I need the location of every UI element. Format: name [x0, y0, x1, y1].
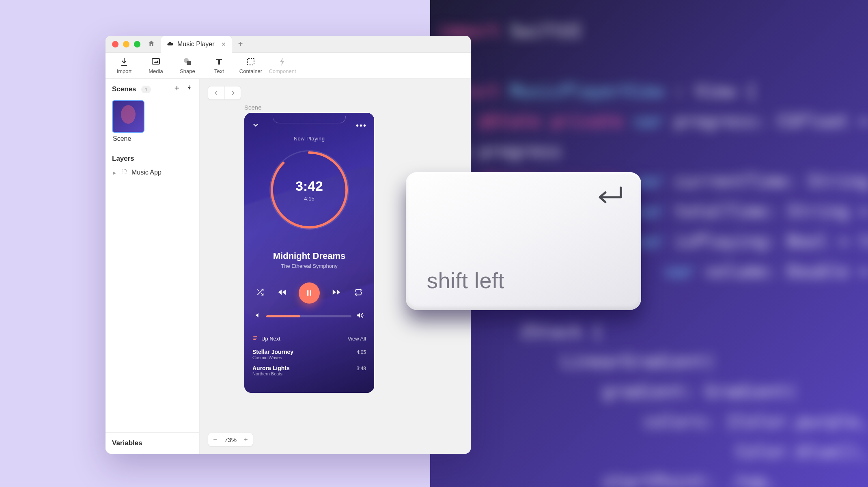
now-playing-label: Now Playing — [244, 136, 374, 142]
titlebar: Music Player ✕ + — [106, 36, 471, 53]
zoom-in-button[interactable]: + — [239, 436, 253, 443]
tool-shape[interactable]: Shape — [173, 57, 202, 74]
svg-rect-4 — [122, 170, 127, 174]
traffic-lights — [106, 41, 140, 47]
tool-label: Text — [214, 68, 224, 74]
layers-label: Layers — [106, 148, 199, 166]
more-icon[interactable]: ••• — [356, 121, 367, 131]
volume-high-icon[interactable] — [356, 312, 364, 321]
keycap-label: shift left — [427, 268, 504, 293]
tool-label: Component — [269, 68, 296, 74]
phone-mock[interactable]: ••• Now Playing 3:42 4:15 — [244, 113, 374, 393]
queue-row[interactable]: Aurora Lights Northern Beats 3:48 — [252, 362, 366, 379]
nav-prev-button[interactable] — [208, 86, 224, 99]
tool-media[interactable]: Media — [141, 57, 170, 74]
tool-import[interactable]: Import — [110, 57, 139, 74]
tool-component[interactable]: Component — [268, 57, 297, 74]
scenes-count: 1 — [141, 86, 151, 93]
svg-rect-6 — [307, 290, 308, 295]
volume-row — [255, 312, 364, 321]
layer-name: Music App — [131, 169, 162, 176]
minimize-window-button[interactable] — [123, 41, 129, 47]
svg-rect-7 — [310, 290, 311, 295]
scene-thumbnail[interactable] — [112, 100, 144, 133]
play-pause-button[interactable] — [299, 282, 320, 304]
progress-ring[interactable]: 3:42 4:15 — [269, 150, 349, 230]
shuffle-icon[interactable] — [255, 288, 265, 298]
keycap-shift-left: shift left — [406, 172, 641, 310]
close-window-button[interactable] — [112, 41, 118, 47]
svg-rect-3 — [248, 58, 254, 65]
scene-nav — [208, 86, 241, 100]
queue-duration: 3:48 — [357, 366, 366, 371]
chevron-right-icon: ▸ — [112, 169, 117, 177]
stage: import SwiftUI struct MusicPlayerView : … — [0, 0, 868, 487]
repeat-icon[interactable] — [353, 288, 364, 298]
layer-row-music-app[interactable]: ▸ Music App — [106, 166, 199, 179]
nav-next-button[interactable] — [224, 86, 241, 99]
tool-label: Media — [149, 68, 163, 74]
svg-rect-2 — [187, 61, 191, 65]
playback-controls — [255, 282, 364, 304]
elapsed-time: 3:42 — [295, 178, 323, 194]
next-track-icon[interactable] — [331, 288, 342, 299]
chevron-down-icon[interactable] — [252, 121, 260, 131]
scenes-header: Scenes 1 — [106, 79, 199, 97]
up-next-section: Up Next View All Stellar Journey Cosmic … — [244, 335, 374, 379]
toolbar: Import Media Shape Text Container Compon… — [106, 53, 471, 79]
track-artist: The Ethereal Symphony — [244, 263, 374, 269]
tool-label: Import — [117, 68, 132, 74]
queue-duration: 4:05 — [357, 349, 366, 355]
auto-scene-icon[interactable] — [186, 84, 193, 94]
queue-title: Stellar Journey — [252, 349, 293, 355]
home-icon[interactable] — [148, 40, 155, 49]
cloud-icon — [167, 41, 173, 48]
return-arrow-icon — [595, 185, 624, 209]
frame-icon — [121, 168, 127, 177]
volume-low-icon[interactable] — [255, 312, 261, 320]
queue-artist: Cosmic Waves — [252, 355, 293, 360]
scenes-label: Scenes — [112, 85, 136, 93]
track-meta: Midnight Dreams The Ethereal Symphony — [244, 251, 374, 269]
queue-row[interactable]: Stellar Journey Cosmic Waves 4:05 — [252, 346, 366, 362]
add-scene-icon[interactable] — [173, 84, 181, 94]
phone-topbar: ••• — [252, 121, 367, 131]
tool-label: Shape — [180, 68, 195, 74]
zoom-out-button[interactable]: − — [208, 436, 222, 443]
up-next-label: Up Next — [261, 336, 280, 342]
zoom-control: − 73% + — [208, 433, 253, 446]
prev-track-icon[interactable] — [277, 288, 287, 299]
tool-label: Container — [239, 68, 262, 74]
view-all-link[interactable]: View All — [348, 336, 366, 342]
scene-caption[interactable]: Scene — [244, 104, 262, 111]
scene-name[interactable]: Scene — [106, 134, 199, 148]
zoom-window-button[interactable] — [134, 41, 140, 47]
variables-label[interactable]: Variables — [106, 432, 199, 454]
zoom-value[interactable]: 73% — [222, 436, 239, 443]
sidebar: Scenes 1 Scene Layers — [106, 79, 200, 454]
total-time: 4:15 — [304, 196, 314, 202]
queue-title: Aurora Lights — [252, 365, 290, 371]
track-title: Midnight Dreams — [244, 251, 374, 261]
new-tab-button[interactable]: + — [234, 39, 248, 50]
tool-text[interactable]: Text — [205, 57, 234, 74]
tool-container[interactable]: Container — [236, 57, 265, 74]
volume-slider[interactable] — [266, 315, 351, 317]
queue-icon — [252, 335, 258, 342]
close-tab-icon[interactable]: ✕ — [221, 41, 226, 47]
tab-music-player[interactable]: Music Player ✕ — [161, 36, 232, 53]
tab-title: Music Player — [177, 41, 215, 48]
queue-artist: Northern Beats — [252, 371, 290, 376]
